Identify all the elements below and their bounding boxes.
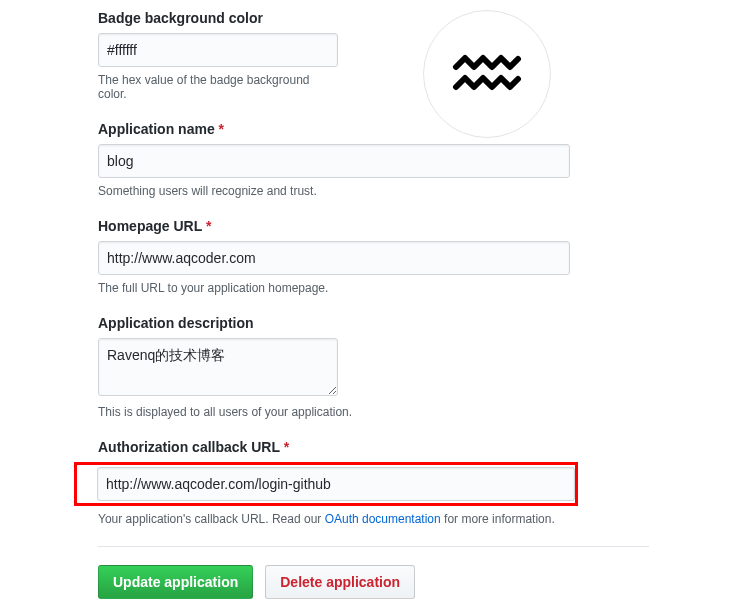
homepage-url-label: Homepage URL * [98, 218, 570, 234]
callback-highlight [74, 462, 578, 506]
callback-url-group: Authorization callback URL * Your applic… [98, 439, 570, 526]
update-application-button[interactable]: Update application [98, 565, 253, 599]
badge-color-group: Badge background color The hex value of … [98, 10, 338, 101]
required-marker: * [206, 218, 211, 234]
app-name-input[interactable] [98, 144, 570, 178]
delete-application-button[interactable]: Delete application [265, 565, 415, 599]
oauth-docs-link[interactable]: OAuth documentation [325, 512, 441, 526]
app-description-help: This is displayed to all users of your a… [98, 405, 570, 419]
app-name-help: Something users will recognize and trust… [98, 184, 570, 198]
form-actions: Update application Delete application [98, 565, 649, 599]
badge-color-help: The hex value of the badge background co… [98, 73, 338, 101]
homepage-url-group: Homepage URL * The full URL to your appl… [98, 218, 570, 295]
callback-url-label: Authorization callback URL * [98, 439, 570, 455]
divider [98, 546, 649, 547]
homepage-url-help: The full URL to your application homepag… [98, 281, 570, 295]
required-marker: * [284, 439, 289, 455]
app-settings-form: Badge background color The hex value of … [98, 10, 649, 599]
app-logo-circle[interactable] [423, 10, 551, 138]
app-description-label: Application description [98, 315, 338, 331]
homepage-url-input[interactable] [98, 241, 570, 275]
aquarius-icon [452, 49, 522, 99]
badge-color-input[interactable] [98, 33, 338, 67]
callback-url-input[interactable] [97, 467, 575, 501]
app-description-group: Application description Ravenq的技术博客 This… [98, 315, 338, 419]
badge-color-label: Badge background color [98, 10, 338, 26]
callback-url-help: Your application's callback URL. Read ou… [98, 512, 658, 526]
app-description-textarea[interactable]: Ravenq的技术博客 [98, 338, 338, 396]
required-marker: * [219, 121, 224, 137]
